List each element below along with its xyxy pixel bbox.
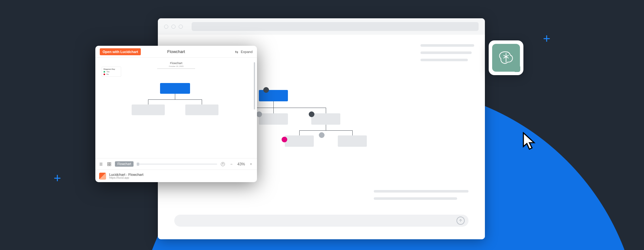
window-control-minimize[interactable]: [171, 25, 176, 29]
url-bar[interactable]: [192, 22, 479, 31]
page-tab[interactable]: Flowchart: [115, 161, 134, 167]
lucid-header: Open with Lucidchart Flowchart ⇵ Expand: [95, 46, 257, 58]
app-name: Lucidchart - Flowchart: [109, 173, 143, 176]
cursor-icon: [522, 132, 536, 151]
flow-node[interactable]: [259, 113, 288, 125]
open-with-lucidchart-button[interactable]: Open with Lucidchart: [100, 48, 141, 55]
browser-chrome: [158, 18, 485, 35]
node-handle[interactable]: [309, 111, 314, 117]
lucid-footer: Lucidchart - Flowchart https://lucid.app: [95, 170, 257, 182]
zoom-level: 43%: [237, 162, 245, 166]
grid-view-icon[interactable]: [107, 162, 112, 167]
flow-node[interactable]: [338, 135, 367, 147]
canvas-scrollbar[interactable]: [254, 61, 255, 155]
svg-rect-2: [108, 164, 109, 165]
response-text-skeleton: [420, 44, 474, 66]
lucidchart-logo-icon: [99, 173, 106, 180]
chat-input[interactable]: [174, 215, 468, 227]
zoom-out-button[interactable]: −: [229, 162, 234, 166]
plus-icon: +: [543, 32, 550, 46]
lucid-canvas[interactable]: Flowchart October 19, 2023 Diagram Key Y…: [95, 58, 257, 158]
node-handle[interactable]: [256, 111, 262, 117]
svg-rect-3: [110, 164, 111, 165]
window-control-close[interactable]: [164, 25, 168, 29]
send-button[interactable]: [456, 217, 465, 225]
response-footer-skeleton: [374, 190, 468, 205]
node-handle[interactable]: [319, 132, 325, 138]
flow-node-root[interactable]: [259, 90, 288, 101]
zoom-in-button[interactable]: +: [248, 162, 254, 166]
chatgpt-badge: [489, 40, 523, 75]
page-slider[interactable]: [137, 164, 217, 165]
svg-rect-0: [108, 162, 109, 164]
flow-node[interactable]: [285, 135, 314, 147]
flow-node[interactable]: [311, 113, 340, 125]
list-view-icon[interactable]: [98, 162, 104, 167]
expand-label[interactable]: Expand: [241, 50, 253, 54]
lucidchart-preview-window: Open with Lucidchart Flowchart ⇵ Expand …: [95, 46, 257, 182]
node-handle[interactable]: [282, 137, 287, 142]
diagram-key-card: Diagram Key Yes No: [102, 67, 121, 77]
plus-icon: +: [54, 171, 61, 185]
expand-icon[interactable]: ⇵: [234, 51, 239, 53]
lucid-toolbar: Flowchart − 43% +: [95, 158, 257, 170]
node-handle[interactable]: [263, 87, 269, 93]
svg-rect-1: [110, 162, 111, 164]
chatgpt-logo-icon: [492, 44, 520, 72]
lucid-document-title: Flowchart: [167, 49, 185, 54]
author-icon[interactable]: [220, 162, 225, 167]
window-control-zoom[interactable]: [179, 25, 183, 29]
app-url: https://lucid.app: [109, 176, 143, 180]
canvas-title-block: Flowchart October 19, 2023: [157, 62, 195, 69]
